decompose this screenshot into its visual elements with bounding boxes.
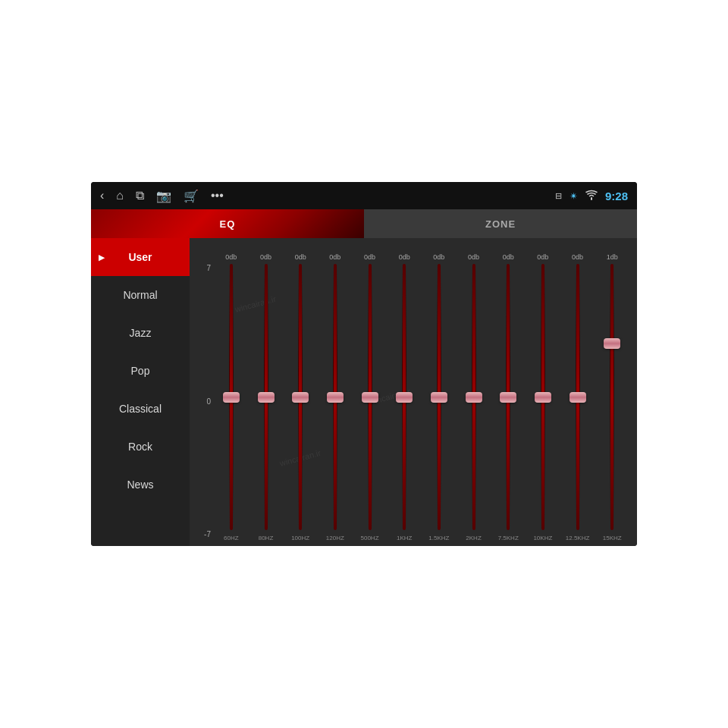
db-label-80HZ: 0db [249, 253, 284, 261]
sidebar-label-jazz: Jazz [130, 327, 152, 339]
slider-inner-15KHZ [610, 264, 613, 530]
eq-band-2KHZ: 2KHZ [457, 261, 491, 541]
slider-track-12.5KHZ[interactable] [576, 264, 580, 530]
slider-thumb-15KHZ[interactable] [604, 338, 620, 349]
freq-label-12.5KHZ: 12.5KHZ [566, 535, 590, 541]
freq-label-10KHZ: 10KHZ [533, 535, 552, 541]
sidebar-item-pop[interactable]: Pop [91, 352, 190, 390]
sidebar-label-classical: Classical [119, 403, 162, 415]
db-label-500HZ: 0db [353, 253, 388, 261]
eq-band-15KHZ: 15KHZ [595, 261, 629, 541]
sidebar-item-rock[interactable]: Rock [91, 428, 190, 466]
slider-thumb-500HZ[interactable] [362, 392, 378, 403]
eq-band-10KHZ: 10KHZ [526, 261, 560, 541]
recents-icon[interactable]: ⧉ [136, 189, 144, 202]
main-content: User Normal Jazz Pop Classical Rock News [91, 238, 637, 546]
slider-track-100HZ[interactable] [298, 264, 303, 530]
eq-band-500HZ: 500HZ [353, 261, 388, 541]
clock: 9:28 [605, 190, 628, 202]
slider-thumb-120HZ[interactable] [327, 392, 344, 403]
slider-track-500HZ[interactable] [368, 264, 372, 530]
slider-thumb-60HZ[interactable] [223, 392, 240, 403]
db-label-2KHZ: 0db [457, 253, 491, 261]
freq-label-2KHZ: 2KHZ [466, 535, 481, 541]
slider-track-7.5KHZ[interactable] [506, 264, 510, 530]
eq-band-60HZ: 60HZ [214, 261, 249, 541]
freq-label-120HZ: 120HZ [326, 535, 344, 541]
bluetooth-icon: ✴ [570, 190, 578, 202]
freq-label-1KHZ: 1KHZ [397, 535, 412, 541]
sidebar-item-normal[interactable]: Normal [91, 276, 190, 314]
db-label-120HZ: 0db [318, 253, 353, 261]
slider-thumb-1.5KHZ[interactable] [431, 392, 447, 403]
slider-thumb-10KHZ[interactable] [535, 392, 551, 403]
tab-zone-label: ZONE [485, 218, 516, 230]
freq-label-60HZ: 60HZ [224, 535, 239, 541]
wifi-icon [585, 190, 598, 202]
eq-band-100HZ: 100HZ [283, 261, 318, 541]
eq-body: 7 0 -7 60HZ80HZ100HZ120HZ500HZ1KHZ1.5KHZ… [197, 261, 629, 541]
slider-thumb-12.5KHZ[interactable] [570, 392, 586, 403]
sidebar-item-user[interactable]: User [91, 238, 190, 276]
freq-label-100HZ: 100HZ [291, 535, 309, 541]
tab-zone[interactable]: ZONE [364, 209, 637, 238]
slider-thumb-7.5KHZ[interactable] [500, 392, 516, 403]
sidebar-item-classical[interactable]: Classical [91, 390, 190, 428]
sidebar-item-jazz[interactable]: Jazz [91, 314, 190, 352]
tab-bar: EQ ZONE [91, 209, 637, 238]
more-icon[interactable]: ••• [211, 189, 224, 202]
sidebar-label-user: User [128, 251, 152, 263]
device-frame: ‹ ⌂ ⧉ 📷 🛒 ••• ⊟ ✴ 9:28 EQ [91, 182, 637, 546]
slider-thumb-80HZ[interactable] [258, 392, 275, 403]
freq-label-15KHZ: 15KHZ [603, 535, 622, 541]
db-label-1.5KHZ: 0db [422, 253, 457, 261]
slider-track-1KHZ[interactable] [402, 264, 406, 530]
db-label-10KHZ: 0db [526, 253, 560, 261]
sidebar-item-news[interactable]: News [91, 466, 190, 504]
back-icon[interactable]: ‹ [100, 189, 104, 202]
db-label-1KHZ: 0db [387, 253, 422, 261]
slider-thumb-100HZ[interactable] [292, 392, 309, 403]
slider-track-10KHZ[interactable] [541, 264, 545, 530]
eq-band-80HZ: 80HZ [249, 261, 284, 541]
status-bar: ‹ ⌂ ⧉ 📷 🛒 ••• ⊟ ✴ 9:28 [91, 182, 637, 209]
slider-track-2KHZ[interactable] [472, 264, 476, 530]
db-label-60HZ: 0db [214, 253, 249, 261]
slider-thumb-1KHZ[interactable] [396, 392, 413, 403]
slider-track-120HZ[interactable] [333, 264, 337, 530]
freq-label-500HZ: 500HZ [361, 535, 379, 541]
db-label-12.5KHZ: 0db [560, 253, 595, 261]
tab-eq[interactable]: EQ [91, 209, 364, 238]
status-bar-right: ⊟ ✴ 9:28 [555, 190, 628, 202]
eq-scale: 7 0 -7 [197, 261, 214, 541]
eq-db-labels: 0db0db0db0db0db0db0db0db0db0db0db1db [197, 244, 629, 261]
slider-track-80HZ[interactable] [264, 264, 268, 530]
slider-thumb-2KHZ[interactable] [466, 392, 482, 403]
sidebar-label-rock: Rock [128, 441, 152, 453]
db-label-7.5KHZ: 0db [491, 253, 526, 261]
status-bar-left: ‹ ⌂ ⧉ 📷 🛒 ••• [100, 189, 224, 203]
eq-band-1KHZ: 1KHZ [387, 261, 422, 541]
cast-icon: ⊟ [555, 191, 562, 201]
camera-icon[interactable]: 📷 [156, 189, 171, 203]
scale-mid: 0 [197, 397, 214, 406]
scale-bot: -7 [197, 530, 214, 538]
freq-label-80HZ: 80HZ [259, 535, 274, 541]
sidebar-label-pop: Pop [131, 365, 150, 377]
slider-track-1.5KHZ[interactable] [437, 264, 441, 530]
eq-band-1.5KHZ: 1.5KHZ [422, 261, 457, 541]
tab-eq-label: EQ [220, 218, 236, 230]
eq-band-12.5KHZ: 12.5KHZ [560, 261, 595, 541]
home-icon[interactable]: ⌂ [116, 189, 124, 202]
sidebar-label-normal: Normal [123, 289, 157, 301]
freq-label-1.5KHZ: 1.5KHZ [428, 535, 449, 541]
db-label-100HZ: 0db [283, 253, 318, 261]
bag-icon[interactable]: 🛒 [184, 189, 199, 203]
slider-track-60HZ[interactable] [229, 264, 234, 530]
slider-track-15KHZ[interactable] [610, 264, 614, 530]
eq-band-7.5KHZ: 7.5KHZ [491, 261, 526, 541]
eq-panel: wincairan.ir wincairan.ir wincairan.ir 0… [190, 238, 637, 546]
freq-label-7.5KHZ: 7.5KHZ [498, 535, 519, 541]
db-label-15KHZ: 1db [595, 253, 629, 261]
eq-band-120HZ: 120HZ [318, 261, 353, 541]
